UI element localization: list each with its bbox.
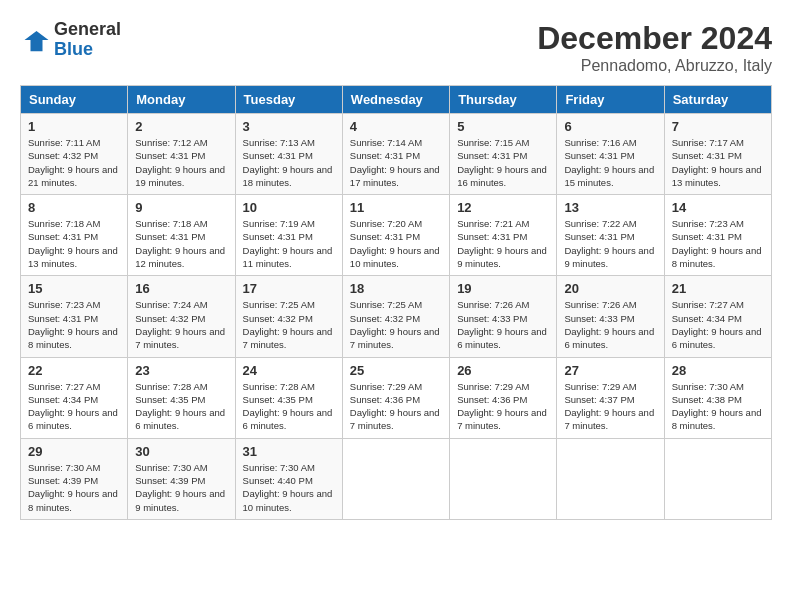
day-info: Sunrise: 7:19 AMSunset: 4:31 PMDaylight:…: [243, 218, 333, 269]
day-info: Sunrise: 7:23 AMSunset: 4:31 PMDaylight:…: [28, 299, 118, 350]
table-row: 9 Sunrise: 7:18 AMSunset: 4:31 PMDayligh…: [128, 195, 235, 276]
col-wednesday: Wednesday: [342, 86, 449, 114]
calendar-title: December 2024: [537, 20, 772, 57]
col-tuesday: Tuesday: [235, 86, 342, 114]
day-info: Sunrise: 7:11 AMSunset: 4:32 PMDaylight:…: [28, 137, 118, 188]
day-number: 6: [564, 119, 656, 134]
day-info: Sunrise: 7:30 AMSunset: 4:39 PMDaylight:…: [28, 462, 118, 513]
calendar-week-row: 1 Sunrise: 7:11 AMSunset: 4:32 PMDayligh…: [21, 114, 772, 195]
table-row: 3 Sunrise: 7:13 AMSunset: 4:31 PMDayligh…: [235, 114, 342, 195]
day-number: 30: [135, 444, 227, 459]
days-header-row: Sunday Monday Tuesday Wednesday Thursday…: [21, 86, 772, 114]
table-row: 26 Sunrise: 7:29 AMSunset: 4:36 PMDaylig…: [450, 357, 557, 438]
day-info: Sunrise: 7:18 AMSunset: 4:31 PMDaylight:…: [28, 218, 118, 269]
day-info: Sunrise: 7:21 AMSunset: 4:31 PMDaylight:…: [457, 218, 547, 269]
day-number: 1: [28, 119, 120, 134]
title-area: December 2024 Pennadomo, Abruzzo, Italy: [537, 20, 772, 75]
calendar-body: 1 Sunrise: 7:11 AMSunset: 4:32 PMDayligh…: [21, 114, 772, 520]
table-row: 24 Sunrise: 7:28 AMSunset: 4:35 PMDaylig…: [235, 357, 342, 438]
day-info: Sunrise: 7:24 AMSunset: 4:32 PMDaylight:…: [135, 299, 225, 350]
col-thursday: Thursday: [450, 86, 557, 114]
table-row: 22 Sunrise: 7:27 AMSunset: 4:34 PMDaylig…: [21, 357, 128, 438]
day-number: 20: [564, 281, 656, 296]
day-info: Sunrise: 7:29 AMSunset: 4:37 PMDaylight:…: [564, 381, 654, 432]
table-row: 18 Sunrise: 7:25 AMSunset: 4:32 PMDaylig…: [342, 276, 449, 357]
day-number: 25: [350, 363, 442, 378]
day-number: 5: [457, 119, 549, 134]
calendar-week-row: 15 Sunrise: 7:23 AMSunset: 4:31 PMDaylig…: [21, 276, 772, 357]
day-info: Sunrise: 7:30 AMSunset: 4:38 PMDaylight:…: [672, 381, 762, 432]
day-number: 15: [28, 281, 120, 296]
table-row: 7 Sunrise: 7:17 AMSunset: 4:31 PMDayligh…: [664, 114, 771, 195]
day-info: Sunrise: 7:26 AMSunset: 4:33 PMDaylight:…: [457, 299, 547, 350]
col-sunday: Sunday: [21, 86, 128, 114]
table-row: 17 Sunrise: 7:25 AMSunset: 4:32 PMDaylig…: [235, 276, 342, 357]
day-number: 10: [243, 200, 335, 215]
table-row: 28 Sunrise: 7:30 AMSunset: 4:38 PMDaylig…: [664, 357, 771, 438]
day-number: 27: [564, 363, 656, 378]
table-row: [342, 438, 449, 519]
day-info: Sunrise: 7:30 AMSunset: 4:40 PMDaylight:…: [243, 462, 333, 513]
calendar-week-row: 22 Sunrise: 7:27 AMSunset: 4:34 PMDaylig…: [21, 357, 772, 438]
table-row: 12 Sunrise: 7:21 AMSunset: 4:31 PMDaylig…: [450, 195, 557, 276]
day-info: Sunrise: 7:14 AMSunset: 4:31 PMDaylight:…: [350, 137, 440, 188]
day-info: Sunrise: 7:22 AMSunset: 4:31 PMDaylight:…: [564, 218, 654, 269]
table-row: 15 Sunrise: 7:23 AMSunset: 4:31 PMDaylig…: [21, 276, 128, 357]
table-row: 21 Sunrise: 7:27 AMSunset: 4:34 PMDaylig…: [664, 276, 771, 357]
day-number: 7: [672, 119, 764, 134]
day-info: Sunrise: 7:12 AMSunset: 4:31 PMDaylight:…: [135, 137, 225, 188]
logo: General Blue: [20, 20, 121, 60]
day-number: 21: [672, 281, 764, 296]
day-info: Sunrise: 7:29 AMSunset: 4:36 PMDaylight:…: [457, 381, 547, 432]
day-info: Sunrise: 7:29 AMSunset: 4:36 PMDaylight:…: [350, 381, 440, 432]
table-row: 11 Sunrise: 7:20 AMSunset: 4:31 PMDaylig…: [342, 195, 449, 276]
table-row: 4 Sunrise: 7:14 AMSunset: 4:31 PMDayligh…: [342, 114, 449, 195]
day-number: 26: [457, 363, 549, 378]
table-row: 14 Sunrise: 7:23 AMSunset: 4:31 PMDaylig…: [664, 195, 771, 276]
day-info: Sunrise: 7:25 AMSunset: 4:32 PMDaylight:…: [243, 299, 333, 350]
day-number: 13: [564, 200, 656, 215]
page-header: General Blue December 2024 Pennadomo, Ab…: [20, 20, 772, 75]
calendar-week-row: 8 Sunrise: 7:18 AMSunset: 4:31 PMDayligh…: [21, 195, 772, 276]
table-row: [450, 438, 557, 519]
day-info: Sunrise: 7:28 AMSunset: 4:35 PMDaylight:…: [243, 381, 333, 432]
day-info: Sunrise: 7:20 AMSunset: 4:31 PMDaylight:…: [350, 218, 440, 269]
table-row: 29 Sunrise: 7:30 AMSunset: 4:39 PMDaylig…: [21, 438, 128, 519]
day-number: 8: [28, 200, 120, 215]
logo-icon: [20, 25, 50, 55]
table-row: [557, 438, 664, 519]
day-number: 4: [350, 119, 442, 134]
calendar-week-row: 29 Sunrise: 7:30 AMSunset: 4:39 PMDaylig…: [21, 438, 772, 519]
table-row: 30 Sunrise: 7:30 AMSunset: 4:39 PMDaylig…: [128, 438, 235, 519]
day-info: Sunrise: 7:23 AMSunset: 4:31 PMDaylight:…: [672, 218, 762, 269]
day-info: Sunrise: 7:28 AMSunset: 4:35 PMDaylight:…: [135, 381, 225, 432]
day-number: 24: [243, 363, 335, 378]
col-monday: Monday: [128, 86, 235, 114]
day-number: 19: [457, 281, 549, 296]
table-row: 1 Sunrise: 7:11 AMSunset: 4:32 PMDayligh…: [21, 114, 128, 195]
day-number: 2: [135, 119, 227, 134]
day-number: 16: [135, 281, 227, 296]
day-info: Sunrise: 7:27 AMSunset: 4:34 PMDaylight:…: [672, 299, 762, 350]
table-row: 6 Sunrise: 7:16 AMSunset: 4:31 PMDayligh…: [557, 114, 664, 195]
calendar-subtitle: Pennadomo, Abruzzo, Italy: [537, 57, 772, 75]
table-row: 8 Sunrise: 7:18 AMSunset: 4:31 PMDayligh…: [21, 195, 128, 276]
day-number: 3: [243, 119, 335, 134]
day-number: 22: [28, 363, 120, 378]
day-info: Sunrise: 7:25 AMSunset: 4:32 PMDaylight:…: [350, 299, 440, 350]
day-info: Sunrise: 7:26 AMSunset: 4:33 PMDaylight:…: [564, 299, 654, 350]
table-row: 13 Sunrise: 7:22 AMSunset: 4:31 PMDaylig…: [557, 195, 664, 276]
table-row: 27 Sunrise: 7:29 AMSunset: 4:37 PMDaylig…: [557, 357, 664, 438]
table-row: 19 Sunrise: 7:26 AMSunset: 4:33 PMDaylig…: [450, 276, 557, 357]
day-number: 23: [135, 363, 227, 378]
day-number: 31: [243, 444, 335, 459]
day-number: 14: [672, 200, 764, 215]
day-number: 28: [672, 363, 764, 378]
day-number: 9: [135, 200, 227, 215]
day-number: 17: [243, 281, 335, 296]
table-row: 16 Sunrise: 7:24 AMSunset: 4:32 PMDaylig…: [128, 276, 235, 357]
col-saturday: Saturday: [664, 86, 771, 114]
day-info: Sunrise: 7:16 AMSunset: 4:31 PMDaylight:…: [564, 137, 654, 188]
table-row: 2 Sunrise: 7:12 AMSunset: 4:31 PMDayligh…: [128, 114, 235, 195]
day-info: Sunrise: 7:27 AMSunset: 4:34 PMDaylight:…: [28, 381, 118, 432]
